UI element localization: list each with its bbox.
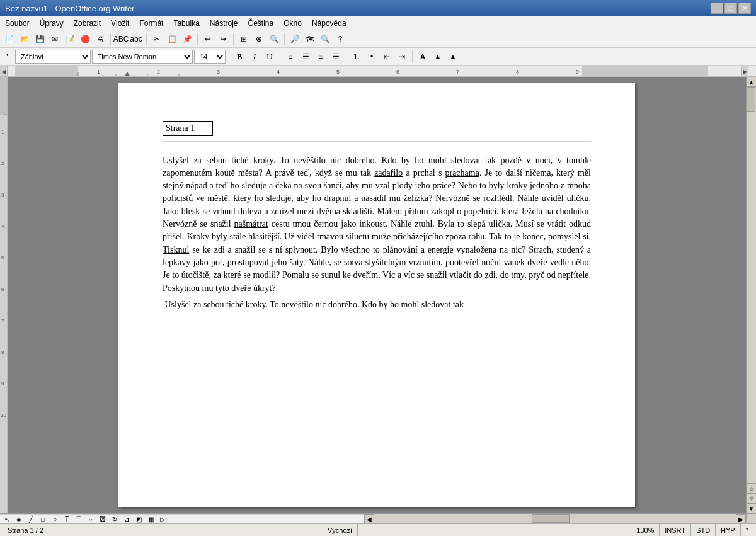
help-button[interactable]: ? xyxy=(333,32,347,46)
window-controls: — □ ✕ xyxy=(711,3,751,14)
cut-button[interactable]: ✂ xyxy=(150,32,164,46)
page-header: Strana 1 xyxy=(163,121,591,142)
find2-button[interactable]: 🔎 xyxy=(288,32,302,46)
align-center-button[interactable]: ☰ xyxy=(299,50,312,64)
email-button[interactable]: ✉ xyxy=(48,32,62,46)
redo-button[interactable]: ↪ xyxy=(216,32,230,46)
svg-text:7: 7 xyxy=(1,318,4,324)
svg-rect-1 xyxy=(15,66,78,77)
zoom-button[interactable]: 🔍 xyxy=(318,32,332,46)
align-left-button[interactable]: ≡ xyxy=(284,50,297,64)
maximize-button[interactable]: □ xyxy=(724,3,737,14)
scroll-page-down-button[interactable]: ▽ xyxy=(747,493,757,503)
find-button[interactable]: 🔍 xyxy=(267,32,281,46)
edit-button[interactable]: 📝 xyxy=(63,32,77,46)
close-button[interactable]: ✕ xyxy=(738,3,751,14)
status-bar: Strana 1 / 2 Výchozí 130% INSRT STD HYP … xyxy=(0,523,756,536)
font-dropdown[interactable]: Times New Roman xyxy=(92,50,193,64)
draw-select-button[interactable]: ↖ xyxy=(1,515,13,524)
draw-point-button[interactable]: ◈ xyxy=(13,515,25,524)
svg-text:6: 6 xyxy=(396,69,399,75)
draw-rotate-button[interactable]: ↻ xyxy=(109,515,120,524)
new-button[interactable]: 📄 xyxy=(3,32,16,46)
vertical-scrollbar[interactable]: ▲ △ ▽ ▼ xyxy=(746,77,756,513)
style-dropdown[interactable]: Záhlaví xyxy=(15,50,91,64)
align-justify-button[interactable]: ☰ xyxy=(329,50,343,64)
indent-dec-button[interactable]: ⇤ xyxy=(380,50,394,64)
menu-tabulka[interactable]: Tabulka xyxy=(168,16,204,30)
zoom-level: 130% xyxy=(631,524,660,536)
v-ruler-svg: 1 2 3 4 5 6 7 8 9 10 xyxy=(0,77,8,455)
h-scroll-left[interactable]: ◀ xyxy=(364,514,374,524)
ruler-right-arrow[interactable]: ▶ xyxy=(741,66,748,77)
draw-ellipse-button[interactable]: ○ xyxy=(49,515,60,524)
draw-rect-button[interactable]: □ xyxy=(37,515,49,524)
sep-fmt xyxy=(229,50,229,63)
font-color-button[interactable]: A xyxy=(416,50,430,64)
menu-vlozit[interactable]: Vložit xyxy=(106,16,134,30)
scroll-track[interactable] xyxy=(747,87,756,483)
underline-drapnul: drapnul xyxy=(324,193,352,203)
spellcheck-button[interactable]: ABC xyxy=(114,32,128,46)
menu-napoveda[interactable]: Nápověda xyxy=(307,16,352,30)
h-scroll-area: ↖ ◈ ╱ □ ○ T ⌒ ↔ 🖼 ↻ ⊿ ◩ ▦ ▷ ◀ ▶ xyxy=(0,513,756,523)
minimize-button[interactable]: — xyxy=(711,3,723,14)
h-scroll-right[interactable]: ▶ xyxy=(736,514,746,524)
open-button[interactable]: 📂 xyxy=(18,32,32,46)
scroll-thumb[interactable] xyxy=(747,87,755,112)
list-ordered-button[interactable]: 1. xyxy=(350,50,364,64)
align-right-button[interactable]: ≡ xyxy=(314,50,328,64)
copy-button[interactable]: 📋 xyxy=(165,32,179,46)
save-button[interactable]: 💾 xyxy=(33,32,47,46)
h-scroll-thumb[interactable] xyxy=(532,514,570,523)
bold-button[interactable]: B xyxy=(232,50,246,64)
scroll-down-button[interactable]: ▼ xyxy=(747,503,757,513)
menu-zobrazit[interactable]: Zobrazit xyxy=(69,16,106,30)
document-page[interactable]: Strana 1 Uslyšel za sebou tiché kroky. T… xyxy=(118,83,635,507)
menu-cestina[interactable]: Čeština xyxy=(243,16,279,30)
draw-curve-button[interactable]: ⌒ xyxy=(73,515,84,524)
ruler-scale: 1 2 3 4 5 6 7 8 9 xyxy=(15,66,748,77)
svg-text:6: 6 xyxy=(1,287,4,292)
draw-flip-button[interactable]: ⊿ xyxy=(121,515,132,524)
draw-connect-button[interactable]: ↔ xyxy=(85,515,96,524)
toolbar-1: 📄 📂 💾 ✉ 📝 🔴 🖨 ABC abc ✂ 📋 📌 ↩ ↪ ⊞ ⊕ 🔍 🔎 … xyxy=(0,30,756,48)
pdf-button[interactable]: 🔴 xyxy=(78,32,92,46)
highlight-button[interactable]: ▲ xyxy=(431,50,445,64)
scroll-up-button[interactable]: ▲ xyxy=(747,77,757,87)
h-scroll-track[interactable] xyxy=(374,514,736,523)
bg-color-button[interactable]: ▲ xyxy=(446,50,460,64)
insert-button[interactable]: ⊕ xyxy=(252,32,266,46)
sep2 xyxy=(146,33,147,45)
svg-text:1: 1 xyxy=(97,69,100,75)
list-unordered-button[interactable]: • xyxy=(365,50,379,64)
menu-upravy[interactable]: Úpravy xyxy=(35,16,69,30)
paste-button[interactable]: 📌 xyxy=(180,32,194,46)
menu-okno[interactable]: Okno xyxy=(278,16,307,30)
menu-nastroje[interactable]: Nástroje xyxy=(205,16,243,30)
italic-button[interactable]: I xyxy=(248,50,261,64)
underline-button[interactable]: U xyxy=(263,50,277,64)
menu-format[interactable]: Formát xyxy=(134,16,168,30)
ruler-svg: 1 2 3 4 5 6 7 8 9 xyxy=(15,66,748,77)
ruler-left-arrow[interactable]: ◀ xyxy=(0,66,8,77)
nav-button[interactable]: 🗺 xyxy=(303,32,317,46)
svg-text:9: 9 xyxy=(1,381,4,387)
draw-more-button[interactable]: ▷ xyxy=(157,515,168,524)
menu-soubor[interactable]: Soubor xyxy=(0,16,35,30)
sep1 xyxy=(110,33,111,45)
draw-gallery-button[interactable]: 🖼 xyxy=(97,515,108,524)
autocorrect-button[interactable]: abc xyxy=(129,32,143,46)
draw-text-button[interactable]: T xyxy=(61,515,72,524)
draw-shadow-button[interactable]: ◩ xyxy=(133,515,144,524)
draw-3d-button[interactable]: ▦ xyxy=(145,515,156,524)
draw-line-button[interactable]: ╱ xyxy=(25,515,37,524)
indent-inc-button[interactable]: ⇥ xyxy=(395,50,409,64)
undo-button[interactable]: ↩ xyxy=(201,32,215,46)
print-button[interactable]: 🖨 xyxy=(93,32,107,46)
table-button[interactable]: ⊞ xyxy=(237,32,251,46)
font-size-dropdown[interactable]: 14 xyxy=(194,50,226,64)
scroll-page-up-button[interactable]: △ xyxy=(747,483,757,493)
page-count: Strana 1 / 2 xyxy=(3,524,49,536)
svg-text:2: 2 xyxy=(157,69,160,75)
